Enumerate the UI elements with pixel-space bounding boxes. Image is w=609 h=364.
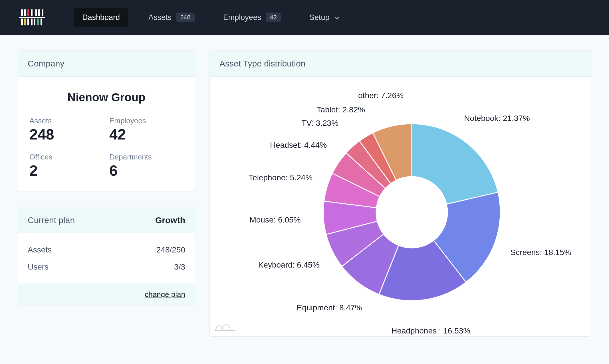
- donut-label-screens: Screens: 18.15%: [511, 248, 571, 257]
- nav-dashboard[interactable]: Dashboard: [74, 8, 128, 27]
- donut-label-headset: Headset: 4.44%: [270, 141, 327, 150]
- chart-card-title: Asset Type distribution: [219, 59, 305, 68]
- company-stat-grid: Assets 248 Employees 42 Offices 2 Depart…: [29, 116, 183, 178]
- donut-label-headphones: Headphones : 16.53%: [391, 326, 470, 335]
- top-nav: Dashboard Assets 248 Employees 42 Setup: [0, 0, 609, 35]
- barcode-logo-icon: [19, 8, 45, 27]
- chart-card-header: Asset Type distribution: [210, 51, 591, 77]
- stat-offices-value: 2: [29, 163, 104, 178]
- svg-rect-0: [21, 9, 23, 16]
- stat-assets: Assets 248: [29, 116, 104, 142]
- stat-offices-label: Offices: [29, 153, 104, 161]
- page-content: Company Nienow Group Assets 248 Employee…: [0, 35, 609, 352]
- donut-label-tv: TV: 3.23%: [301, 119, 338, 128]
- plan-row-assets: Assets 248/250: [28, 241, 185, 258]
- svg-rect-3: [31, 9, 33, 16]
- svg-rect-2: [27, 9, 29, 16]
- stat-assets-value: 248: [29, 127, 104, 142]
- nav-dashboard-label: Dashboard: [82, 13, 120, 22]
- plan-row-users: Users 3/3: [28, 258, 185, 276]
- nav-employees[interactable]: Employees 42: [215, 7, 289, 27]
- plan-row-users-label: Users: [28, 262, 49, 272]
- stat-assets-label: Assets: [29, 116, 104, 125]
- donut-label-keyboard: Keyboard: 6.45%: [258, 260, 320, 270]
- stat-departments-label: Departments: [109, 153, 183, 161]
- plan-card: Current plan Growth Assets 248/250 Users…: [18, 207, 195, 306]
- stat-employees-label: Employees: [109, 116, 183, 125]
- nav-assets-label: Assets: [148, 13, 172, 22]
- donut-label-notebook: Notebook: 21.37%: [464, 114, 530, 123]
- plan-card-body: Assets 248/250 Users 3/3: [18, 233, 195, 284]
- nav-setup-label: Setup: [309, 13, 330, 22]
- chevron-down-icon: [334, 14, 340, 21]
- plan-card-title: Current plan: [28, 215, 75, 225]
- donut-label-equipment: Equipment: 8.47%: [297, 303, 362, 312]
- svg-rect-12: [34, 19, 35, 25]
- plan-card-footer: change plan: [18, 284, 195, 305]
- company-name: Nienow Group: [29, 91, 183, 104]
- plan-card-plan-name: Growth: [155, 215, 185, 225]
- donut-label-telephone: Telephone: 5.24%: [249, 173, 312, 182]
- donut-label-mouse: Mouse: 6.05%: [249, 215, 301, 225]
- donut-label-tablet: Tablet: 2.82%: [316, 105, 365, 114]
- company-card-header: Company: [18, 51, 195, 77]
- company-card: Company Nienow Group Assets 248 Employee…: [18, 50, 195, 191]
- svg-rect-8: [21, 19, 23, 25]
- plan-row-assets-label: Assets: [28, 245, 52, 254]
- nav-assets[interactable]: Assets 248: [140, 7, 203, 27]
- svg-rect-14: [41, 19, 42, 25]
- stat-departments: Departments 6: [109, 153, 183, 178]
- nav-employees-badge: 42: [266, 13, 281, 22]
- svg-rect-6: [42, 9, 43, 16]
- app-logo: [19, 8, 45, 27]
- donut-chart: [210, 77, 591, 336]
- amcharts-logo-icon: [215, 321, 235, 332]
- company-card-title: Company: [28, 59, 64, 68]
- nav-assets-badge: 248: [176, 13, 195, 22]
- stat-departments-value: 6: [109, 163, 183, 178]
- left-column: Company Nienow Group Assets 248 Employee…: [18, 50, 195, 337]
- svg-rect-5: [38, 9, 40, 16]
- svg-rect-1: [24, 9, 26, 16]
- nav-setup[interactable]: Setup: [301, 8, 349, 27]
- svg-rect-13: [37, 19, 39, 25]
- svg-rect-9: [24, 19, 26, 25]
- chart-body: Notebook: 21.37%Screens: 18.15%Headphone…: [210, 77, 591, 336]
- stat-employees: Employees 42: [109, 116, 183, 142]
- svg-rect-7: [19, 17, 45, 18]
- right-column: Asset Type distribution Notebook: 21.37%…: [209, 50, 591, 337]
- nav-employees-label: Employees: [223, 13, 261, 22]
- svg-rect-4: [35, 9, 37, 16]
- stat-employees-value: 42: [109, 127, 183, 142]
- plan-card-header: Current plan Growth: [18, 207, 195, 233]
- plan-row-users-value: 3/3: [174, 262, 185, 272]
- svg-rect-11: [31, 19, 33, 25]
- plan-row-assets-value: 248/250: [156, 245, 185, 254]
- svg-rect-10: [27, 19, 29, 25]
- asset-type-chart-card: Asset Type distribution Notebook: 21.37%…: [209, 50, 591, 337]
- stat-offices: Offices 2: [29, 153, 104, 178]
- company-card-body: Nienow Group Assets 248 Employees 42 Off…: [18, 77, 195, 191]
- donut-slice-notebook[interactable]: [412, 124, 498, 204]
- change-plan-link[interactable]: change plan: [145, 290, 185, 299]
- donut-label-other: other: 7.26%: [358, 91, 404, 100]
